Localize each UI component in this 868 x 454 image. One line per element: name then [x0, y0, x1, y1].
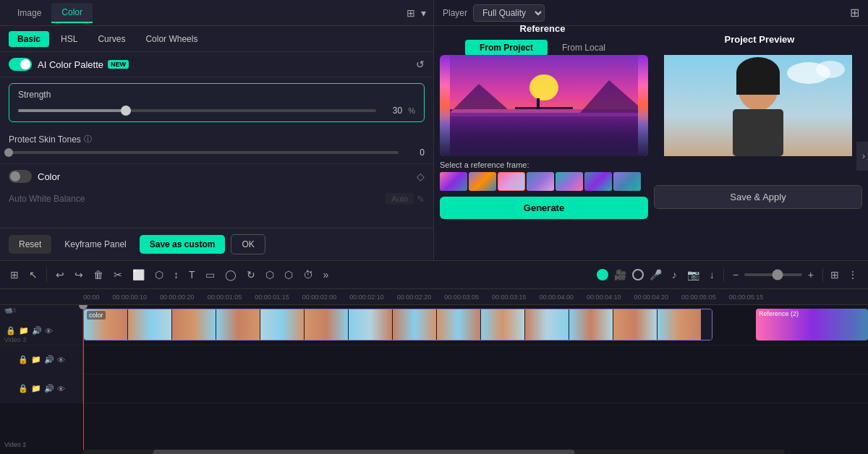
- tool-zoom-in-icon[interactable]: +: [804, 266, 818, 283]
- frame-thumb-5[interactable]: [556, 172, 583, 191]
- tool-rect-icon[interactable]: ▭: [201, 266, 219, 283]
- track-volume-1[interactable]: 🔊: [44, 384, 54, 393]
- tool-delete-icon[interactable]: 🗑: [89, 266, 108, 283]
- ok-button[interactable]: OK: [231, 234, 265, 254]
- subtab-hsl[interactable]: HSL: [52, 31, 86, 47]
- grid-layout-icon[interactable]: ⊞: [827, 266, 842, 283]
- horizontal-scrollbar[interactable]: [83, 450, 785, 454]
- frame-thumb-4[interactable]: [527, 172, 554, 191]
- track-controls-1: 🔒 📁 🔊 👁 Video 1: [0, 374, 83, 403]
- tool-screenshot-icon[interactable]: 📷: [683, 266, 704, 283]
- quality-select[interactable]: Full Quality: [473, 4, 545, 22]
- protect-slider-track[interactable]: [9, 151, 399, 154]
- info-icon[interactable]: ⓘ: [84, 134, 92, 145]
- tool-audio-icon[interactable]: ↕: [169, 266, 183, 283]
- frame-thumb-6[interactable]: [584, 172, 612, 191]
- ruler-time-0: 00:00: [83, 294, 113, 301]
- frame-thumb-1[interactable]: [440, 172, 467, 191]
- tool-fill-icon[interactable]: ⬡: [261, 266, 278, 283]
- color-label: Color: [38, 171, 60, 182]
- ruler-time-10: 00:00:04:00: [539, 294, 587, 301]
- frame-strip: [440, 172, 648, 191]
- ai-reset-button[interactable]: ↺: [416, 59, 425, 70]
- tool-more2-icon[interactable]: ⋮: [843, 266, 862, 283]
- keyframe-panel-button[interactable]: Keyframe Panel: [57, 235, 133, 254]
- subtab-basic[interactable]: Basic: [9, 31, 49, 47]
- track-volume-2[interactable]: 🔊: [44, 355, 54, 364]
- frame-thumb-3[interactable]: [498, 172, 525, 191]
- track-lock-1[interactable]: 🔒: [18, 384, 28, 393]
- color-toggle[interactable]: [9, 170, 32, 183]
- auto-wb-row: Auto White Balance Auto ✎: [0, 189, 433, 209]
- protect-skin-row: Protect Skin Tones ⓘ: [0, 128, 433, 147]
- tool-text-icon[interactable]: T: [184, 266, 200, 283]
- ruler-time-9: 00:00:03:15: [492, 294, 540, 301]
- ruler-time-13: 00:00:05:05: [681, 294, 729, 301]
- scrollbar-thumb[interactable]: [153, 450, 574, 454]
- tool-zoom-out-icon[interactable]: −: [728, 266, 743, 283]
- track-folder-1[interactable]: 📁: [31, 384, 41, 393]
- track-eye-1[interactable]: 👁: [57, 385, 65, 393]
- ruler-time-5: 00:00:02:00: [302, 294, 350, 301]
- chevron-down-icon[interactable]: ▾: [421, 7, 426, 19]
- tab-color[interactable]: Color: [51, 3, 93, 23]
- strength-slider-thumb[interactable]: [121, 106, 131, 116]
- tool-split-icon[interactable]: ⬡: [280, 266, 297, 283]
- track-folder-2[interactable]: 📁: [31, 355, 41, 364]
- zoom-slider[interactable]: [744, 273, 802, 276]
- ruler-time-7: 00:00:02:20: [397, 294, 445, 301]
- protect-slider-thumb[interactable]: [4, 148, 13, 157]
- tool-crop-icon[interactable]: ⬜: [128, 266, 149, 283]
- track-eye-3[interactable]: 👁: [45, 327, 53, 335]
- reference-preview-image: [440, 55, 648, 156]
- ai-palette-label: AI Color Palette: [38, 59, 103, 70]
- subtab-curves[interactable]: Curves: [89, 31, 134, 47]
- tool-more-icon[interactable]: »: [319, 266, 333, 283]
- tool-camera-icon[interactable]: 🎥: [610, 266, 631, 283]
- tool-layout-icon[interactable]: ⊞: [6, 266, 23, 283]
- tool-timer-icon[interactable]: ⏱: [299, 266, 318, 283]
- track-eye-2[interactable]: 👁: [57, 356, 65, 364]
- tool-audio2-icon[interactable]: ♪: [668, 266, 681, 283]
- arrow-right-button[interactable]: ›: [856, 142, 868, 171]
- auto-wb-pencil-icon[interactable]: ✎: [417, 194, 425, 205]
- project-preview-title: Project Preview: [651, 34, 868, 45]
- film-frame-4: [216, 309, 260, 340]
- track-volume-3[interactable]: 🔊: [32, 326, 42, 335]
- track-content-3: color Reference (2): [83, 305, 868, 345]
- auto-wb-button[interactable]: Auto: [386, 193, 414, 205]
- tool-cut-icon[interactable]: ✂: [109, 266, 127, 283]
- tool-select-icon[interactable]: ↖: [25, 266, 42, 283]
- save-apply-button[interactable]: Save & Apply: [654, 185, 862, 209]
- track-icon-3: 📹3: [4, 307, 16, 314]
- select-frame-label: Select a reference frame:: [440, 160, 648, 169]
- tab-image[interactable]: Image: [7, 4, 51, 22]
- tool-transform-icon[interactable]: ⬡: [150, 266, 168, 283]
- track-folder-3[interactable]: 📁: [19, 326, 29, 335]
- strength-slider-track[interactable]: [18, 109, 376, 112]
- grid-view-icon[interactable]: ⊞: [850, 6, 859, 20]
- tool-undo-icon[interactable]: ↩: [51, 266, 69, 283]
- ruler-time-8: 00:00:03:05: [444, 294, 492, 301]
- ai-palette-row: AI Color Palette NEW ↺: [0, 52, 433, 77]
- subtab-colorwheels[interactable]: Color Wheels: [137, 31, 206, 47]
- reference-clip[interactable]: Reference (2): [756, 309, 868, 340]
- frame-thumb-2[interactable]: [469, 172, 496, 191]
- video-clip-3[interactable]: color: [83, 309, 712, 340]
- film-frame-6: [305, 309, 348, 340]
- tool-export-icon[interactable]: ↓: [705, 266, 719, 283]
- track-lock-2[interactable]: 🔒: [18, 355, 28, 364]
- track-lock-3[interactable]: 🔒: [6, 326, 16, 335]
- tool-circle-outline: [632, 269, 644, 280]
- tool-redo-icon[interactable]: ↪: [70, 266, 88, 283]
- save-as-custom-button[interactable]: Save as custom: [140, 235, 226, 254]
- tool-rotate-icon[interactable]: ↻: [242, 266, 260, 283]
- tool-mask-icon[interactable]: ◯: [221, 266, 241, 283]
- tool-mic-icon[interactable]: 🎤: [645, 266, 666, 283]
- generate-button[interactable]: Generate: [440, 197, 648, 219]
- ai-palette-toggle[interactable]: [9, 58, 32, 71]
- reset-button[interactable]: Reset: [9, 235, 51, 254]
- frame-thumb-7[interactable]: [613, 172, 641, 191]
- toggle-knob: [20, 59, 30, 69]
- split-view-icon[interactable]: ⊞: [407, 7, 415, 19]
